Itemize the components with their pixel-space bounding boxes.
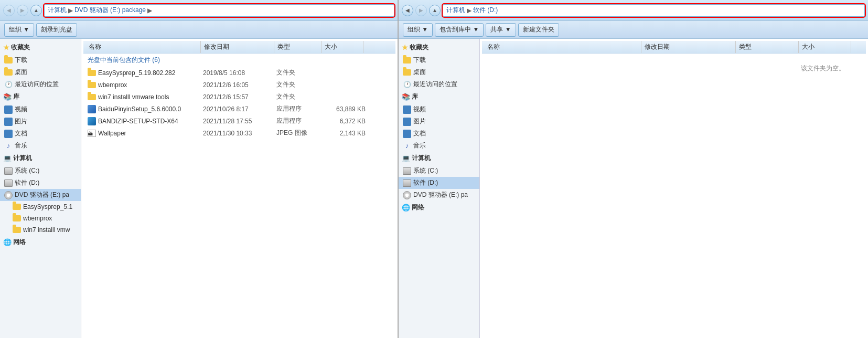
- col-date[interactable]: 修改日期: [201, 41, 274, 53]
- file-date: 2021/11/28 17:55: [203, 118, 276, 125]
- nav-label: 文档: [413, 129, 426, 138]
- computer-header[interactable]: 💻 计算机: [0, 152, 81, 165]
- filename-text: win7 installl vmware tools: [98, 93, 169, 101]
- file-name: Wallpaper: [88, 130, 203, 137]
- right-back-button[interactable]: ◀: [402, 5, 413, 16]
- folder-icon: [403, 68, 411, 77]
- col-type[interactable]: 类型: [274, 41, 322, 53]
- network-header[interactable]: 🌐 网络: [0, 236, 81, 249]
- eject-button[interactable]: 刻录到光盘: [36, 23, 77, 37]
- left-address-path[interactable]: 计算机 ▶ DVD 驱动器 (E:) package ▶: [44, 4, 394, 17]
- lib-video-icon: [403, 105, 411, 114]
- right-nav-item-recent[interactable]: 🕐 最近访问的位置: [399, 78, 479, 90]
- nav-item-desktop[interactable]: 桌面: [0, 66, 81, 78]
- right-organize-button[interactable]: 组织 ▼: [403, 23, 433, 37]
- right-libraries-header[interactable]: 📚 库: [399, 90, 479, 103]
- file-size: 6,372 KB: [324, 118, 366, 125]
- right-nav-item-download[interactable]: 下载: [399, 54, 479, 66]
- up-button[interactable]: ▲: [30, 5, 42, 16]
- right-nav-item-desktop[interactable]: 桌面: [399, 66, 479, 78]
- nav-item-win7tools[interactable]: win7 installl vmw: [0, 224, 81, 236]
- nav-item-video[interactable]: 视频: [0, 103, 81, 115]
- address-part-dvd[interactable]: DVD 驱动器 (E:) package: [74, 6, 146, 15]
- nav-item-recent[interactable]: 🕐 最近访问的位置: [0, 78, 81, 90]
- forward-button[interactable]: ▶: [17, 5, 28, 16]
- nav-label: 下载: [15, 56, 27, 65]
- right-computer-header[interactable]: 💻 计算机: [399, 152, 479, 165]
- left-explorer-content: ★ 收藏夹 下载 桌面 🕐 最近访问的位置 📚: [0, 39, 398, 338]
- nav-item-c-drive[interactable]: 系统 (C:): [0, 165, 81, 177]
- music-icon: ♪: [403, 142, 411, 150]
- network-label: 网络: [412, 203, 424, 212]
- file-row-wallpaper[interactable]: Wallpaper 2021/11/30 10:33 JPEG 图像 2,143…: [83, 127, 395, 139]
- nav-label: 软件 (D:): [15, 178, 39, 187]
- col-size[interactable]: 大小: [322, 41, 363, 53]
- right-address-part-drive[interactable]: 软件 (D:): [473, 6, 498, 15]
- nav-label: 音乐: [15, 141, 27, 150]
- right-col-type[interactable]: 类型: [736, 41, 799, 53]
- right-up-button[interactable]: ▲: [429, 5, 441, 16]
- col-name[interactable]: 名称: [85, 41, 201, 53]
- file-row[interactable]: BaiduPinyinSetup_5.6.6000.0 2021/10/26 8…: [83, 103, 395, 115]
- file-row[interactable]: BANDIZIP-SETUP-STD-X64 2021/11/28 17:55 …: [83, 115, 395, 127]
- address-part-computer[interactable]: 计算机: [48, 6, 67, 15]
- nav-item-dvd-drive[interactable]: DVD 驱动器 (E:) pa: [0, 189, 81, 201]
- right-nav-item-pictures[interactable]: 图片: [399, 115, 479, 128]
- nav-label: 视频: [15, 105, 27, 114]
- favorites-header[interactable]: ★ 收藏夹: [0, 41, 81, 54]
- nav-label: EasySysprep_5.1: [23, 203, 72, 210]
- nav-item-download[interactable]: 下载: [0, 54, 81, 66]
- right-forward-button[interactable]: ▶: [415, 5, 427, 16]
- organize-button[interactable]: 组织 ▼: [4, 23, 34, 37]
- file-row[interactable]: win7 installl vmware tools 2021/12/6 15:…: [83, 91, 395, 103]
- new-folder-button[interactable]: 新建文件夹: [518, 23, 559, 37]
- include-lib-button[interactable]: 包含到库中 ▼: [435, 23, 484, 37]
- favorites-label: 收藏夹: [410, 43, 428, 52]
- back-button[interactable]: ◀: [3, 5, 15, 16]
- nav-item-docs[interactable]: 文档: [0, 128, 81, 140]
- disk-icon: [403, 167, 411, 175]
- file-name: wbemprox: [88, 81, 203, 89]
- file-name: BaiduPinyinSetup_5.6.6000.0: [88, 105, 203, 113]
- right-nav-item-video[interactable]: 视频: [399, 103, 479, 115]
- nav-item-d-drive[interactable]: 软件 (D:): [0, 177, 81, 189]
- nav-item-easy1[interactable]: EasySysprep_5.1: [0, 201, 81, 213]
- nav-item-wbem[interactable]: wbemprox: [0, 213, 81, 224]
- file-group-header: 光盘中当前包含的文件 (6): [83, 54, 395, 67]
- right-network-header[interactable]: 🌐 网络: [399, 201, 479, 214]
- filename-text: wbemprox: [98, 81, 127, 89]
- lib-doc-icon: [403, 130, 411, 138]
- nav-label: 系统 (C:): [413, 166, 438, 175]
- disk-icon: [4, 167, 13, 175]
- file-name: win7 installl vmware tools: [88, 93, 203, 101]
- right-nav-item-music[interactable]: ♪ 音乐: [399, 140, 479, 152]
- disk-icon-d: [403, 179, 411, 187]
- libraries-header[interactable]: 📚 库: [0, 90, 81, 103]
- right-address-part-computer[interactable]: 计算机: [446, 6, 465, 15]
- file-name: BANDIZIP-SETUP-STD-X64: [88, 117, 203, 125]
- nav-item-pictures[interactable]: 图片: [0, 115, 81, 128]
- file-row[interactable]: EasySysprep_5.19.802.282 2019/8/5 16:08 …: [83, 67, 395, 79]
- favorites-label: 收藏夹: [11, 43, 30, 52]
- right-nav-item-dvd[interactable]: DVD 驱动器 (E:) pa: [399, 189, 479, 201]
- share-button[interactable]: 共享 ▼: [486, 23, 516, 37]
- share-label: 共享 ▼: [490, 25, 511, 34]
- right-address-path[interactable]: 计算机 ▶ 软件 (D:): [443, 4, 865, 17]
- nav-item-music[interactable]: ♪ 音乐: [0, 140, 81, 152]
- file-type: 文件夹: [276, 92, 324, 101]
- nav-label: 最近访问的位置: [15, 80, 59, 89]
- file-row[interactable]: wbemprox 2021/12/6 16:05 文件夹: [83, 79, 395, 91]
- right-nav-item-docs[interactable]: 文档: [399, 128, 479, 140]
- right-nav-item-c-drive[interactable]: 系统 (C:): [399, 165, 479, 177]
- file-type: 应用程序: [276, 117, 324, 125]
- nav-label: win7 installl vmw: [23, 226, 70, 234]
- left-explorer-panel: ◀ ▶ ▲ 计算机 ▶ DVD 驱动器 (E:) package ▶ 组织 ▼ …: [0, 0, 399, 338]
- nav-label: 视频: [413, 105, 426, 114]
- folder-icon: [4, 56, 13, 65]
- right-col-name[interactable]: 名称: [484, 41, 641, 53]
- right-col-size[interactable]: 大小: [799, 41, 851, 53]
- dvd-icon: [4, 191, 13, 199]
- right-col-date[interactable]: 修改日期: [641, 41, 736, 53]
- right-nav-item-d-drive[interactable]: 软件 (D:): [399, 177, 479, 189]
- right-favorites-header[interactable]: ★ 收藏夹: [399, 41, 479, 54]
